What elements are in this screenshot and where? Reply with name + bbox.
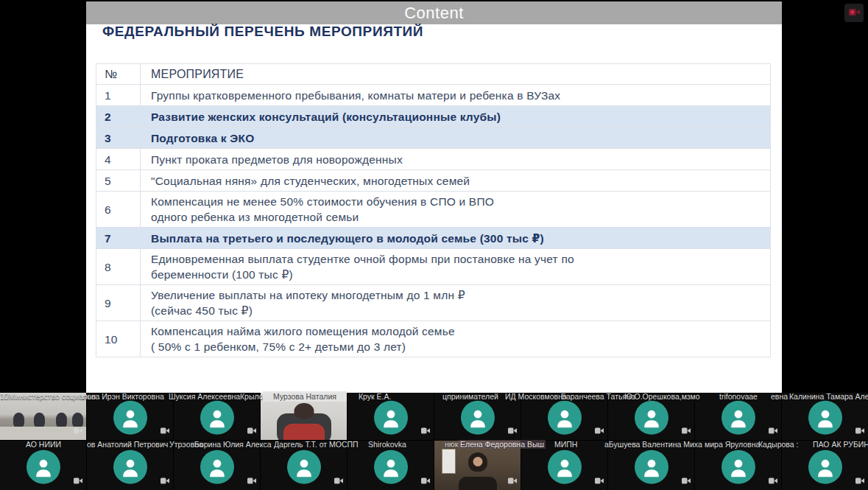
row-number: 7 bbox=[96, 228, 141, 249]
participant-tile[interactable] bbox=[695, 393, 781, 440]
participant-avatar bbox=[113, 449, 147, 483]
participant-avatar bbox=[374, 401, 408, 435]
table-header-row: №МЕРОПРИЯТИЕ bbox=[96, 64, 771, 85]
table-row: 6Компенсация не менее 50% стоимости обуч… bbox=[96, 192, 771, 228]
row-measure-text: Единовременная выплата студентке очной ф… bbox=[141, 249, 771, 285]
video-head bbox=[294, 403, 314, 419]
table-row: 1Группы кратковременного пребывания, ком… bbox=[96, 85, 771, 106]
camera-off-icon bbox=[74, 424, 82, 437]
shared-content-label: Content bbox=[404, 4, 464, 23]
participant-avatar bbox=[548, 401, 582, 435]
meeting-window: Content ФЕДЕРАЛЬНЫЙ ПЕРЕЧЕНЬ МЕРОПРИЯТИЙ… bbox=[0, 0, 868, 490]
participant-tile[interactable] bbox=[261, 441, 347, 490]
table-row: 3Подготовка к ЭКО bbox=[96, 127, 771, 149]
participant-avatar bbox=[287, 449, 321, 483]
participant-tile[interactable] bbox=[87, 393, 173, 440]
camera-off-icon bbox=[334, 474, 343, 487]
table-row: 9Увеличение выплаты на ипотеку многодетн… bbox=[96, 285, 771, 321]
camera-off-icon bbox=[160, 424, 169, 437]
row-number: 6 bbox=[96, 192, 141, 228]
participant-avatar bbox=[635, 449, 668, 483]
camera-off-icon bbox=[595, 474, 604, 487]
participant-avatar bbox=[27, 449, 60, 483]
participant-tile[interactable] bbox=[0, 441, 86, 490]
record-button[interactable] bbox=[844, 4, 864, 22]
row-measure-text: Увеличение выплаты на ипотеку многодетны… bbox=[141, 285, 771, 321]
camera-off-icon bbox=[508, 424, 517, 437]
record-camera-icon bbox=[848, 7, 861, 20]
row-measure-text: Пункт проката предметов для новорожденны… bbox=[141, 149, 771, 170]
participant-tile[interactable] bbox=[608, 393, 694, 440]
participant-tile[interactable] bbox=[521, 441, 607, 490]
participant-video-room[interactable] bbox=[0, 393, 86, 440]
table-row: 4Пункт проката предметов для новорожденн… bbox=[96, 149, 771, 170]
row-number: 5 bbox=[96, 170, 141, 192]
participant-avatar bbox=[808, 449, 842, 483]
video-body bbox=[459, 477, 497, 490]
row-measure-text: Компенсация не менее 50% стоимости обуче… bbox=[141, 192, 771, 228]
participant-tile[interactable] bbox=[521, 393, 607, 440]
video-body bbox=[283, 424, 325, 440]
row-measure-text: Компенсация найма жилого помещения молод… bbox=[141, 321, 771, 357]
table-row: 8Единовременная выплата студентке очной … bbox=[96, 249, 771, 285]
row-number: 2 bbox=[96, 106, 141, 127]
participant-avatar bbox=[113, 401, 147, 435]
video-figure bbox=[56, 413, 67, 427]
participant-video-speaker[interactable] bbox=[434, 441, 521, 490]
row-measure-text: Подготовка к ЭКО bbox=[141, 127, 771, 149]
participant-avatar bbox=[721, 449, 755, 483]
participant-tile[interactable] bbox=[695, 441, 781, 490]
row-number: 3 bbox=[96, 127, 141, 149]
participant-strip-top bbox=[0, 393, 868, 440]
table-row: 2Развитие женских консультаций (консульт… bbox=[96, 106, 771, 127]
camera-off-icon bbox=[855, 474, 864, 487]
shared-screen-slide: Content ФЕДЕРАЛЬНЫЙ ПЕРЕЧЕНЬ МЕРОПРИЯТИЙ… bbox=[86, 1, 782, 393]
row-number: 10 bbox=[96, 321, 141, 357]
camera-off-icon bbox=[508, 474, 517, 487]
slide-title: ФЕДЕРАЛЬНЫЙ ПЕРЕЧЕНЬ МЕРОПРИЯТИЙ bbox=[102, 24, 423, 40]
camera-off-icon bbox=[682, 474, 691, 487]
video-face bbox=[473, 457, 482, 466]
shared-content-bar: Content bbox=[86, 1, 782, 24]
participant-avatar bbox=[200, 449, 234, 483]
row-number: 9 bbox=[96, 285, 141, 321]
participant-tile[interactable] bbox=[608, 441, 694, 490]
camera-off-icon bbox=[855, 424, 864, 437]
camera-off-icon bbox=[682, 424, 691, 437]
participant-tile[interactable] bbox=[782, 441, 868, 490]
federal-measures-table: №МЕРОПРИЯТИЕ1Группы кратковременного пре… bbox=[96, 63, 771, 357]
table-row: 10Компенсация найма жилого помещения мол… bbox=[96, 321, 771, 357]
camera-off-icon bbox=[421, 474, 430, 487]
participant-avatar bbox=[808, 401, 842, 435]
row-number: 8 bbox=[96, 249, 141, 285]
camera-off-icon bbox=[247, 424, 256, 437]
participant-strip-bottom bbox=[0, 441, 868, 490]
participant-tile[interactable] bbox=[782, 393, 868, 440]
row-measure-text: Развитие женских консультаций (консульта… bbox=[141, 106, 771, 127]
participant-tile[interactable] bbox=[347, 441, 434, 490]
participant-tile[interactable] bbox=[434, 393, 521, 440]
row-measure-text: Группы кратковременного пребывания, комн… bbox=[141, 85, 771, 106]
camera-off-icon bbox=[769, 474, 777, 487]
camera-off-icon bbox=[247, 474, 256, 487]
participant-video-speaker[interactable] bbox=[261, 393, 347, 440]
video-figure bbox=[34, 413, 45, 427]
participant-tile[interactable] bbox=[174, 393, 260, 440]
camera-off-icon bbox=[421, 424, 430, 437]
row-measure-text: "Социальная няня» для студенческих, мног… bbox=[141, 170, 771, 192]
table-row: 7Выплата на третьего и последующего в мо… bbox=[96, 228, 771, 249]
camera-off-icon bbox=[595, 424, 604, 437]
row-number: 4 bbox=[96, 149, 141, 170]
participant-avatar bbox=[548, 449, 582, 483]
participant-avatar bbox=[721, 401, 755, 435]
row-number: 1 bbox=[96, 85, 141, 106]
participant-avatar bbox=[374, 449, 408, 483]
participant-tile[interactable] bbox=[174, 441, 260, 490]
camera-off-icon bbox=[769, 424, 777, 437]
table-row: 5"Социальная няня» для студенческих, мно… bbox=[96, 170, 771, 192]
participant-avatar bbox=[200, 401, 234, 435]
video-figure bbox=[13, 413, 24, 427]
participant-tile[interactable] bbox=[347, 393, 434, 440]
participant-tile[interactable] bbox=[87, 441, 173, 490]
participant-avatar bbox=[635, 401, 668, 435]
